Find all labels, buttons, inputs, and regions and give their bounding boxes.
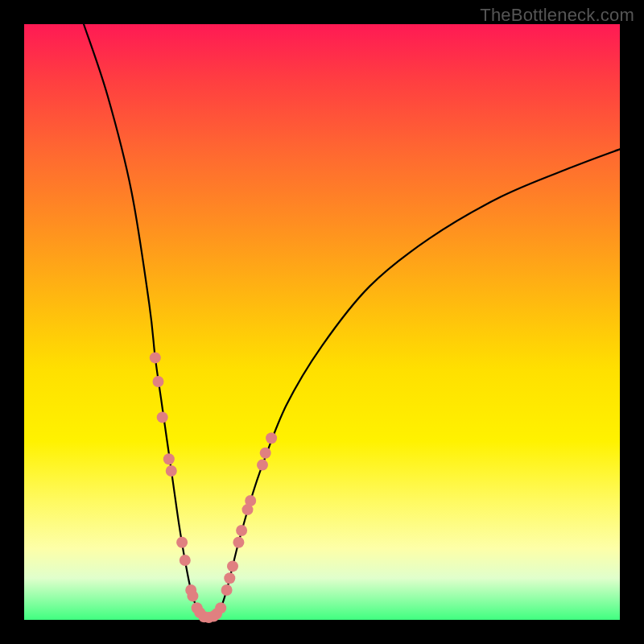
data-marker [176,537,188,548]
data-marker [236,525,247,536]
data-marker [221,584,233,596]
data-marker [245,495,256,506]
watermark-text: TheBottleneck.com [480,5,634,26]
chart-svg [24,24,620,620]
data-marker [266,432,277,444]
data-marker [163,453,175,464]
bottleneck-curve-line [84,24,620,617]
data-marker [157,411,168,423]
data-marker [153,376,164,387]
data-marker [227,560,238,572]
data-marker [260,448,271,459]
data-marker [166,465,177,477]
data-marker [257,460,268,471]
data-marker [150,352,161,363]
data-marker [233,537,244,548]
data-marker [187,590,198,601]
data-marker [224,572,235,584]
data-marker [180,555,191,566]
data-marker [215,602,226,613]
data-markers-group [150,352,277,623]
chart-frame: TheBottleneck.com [0,0,644,644]
plot-area [24,24,620,620]
